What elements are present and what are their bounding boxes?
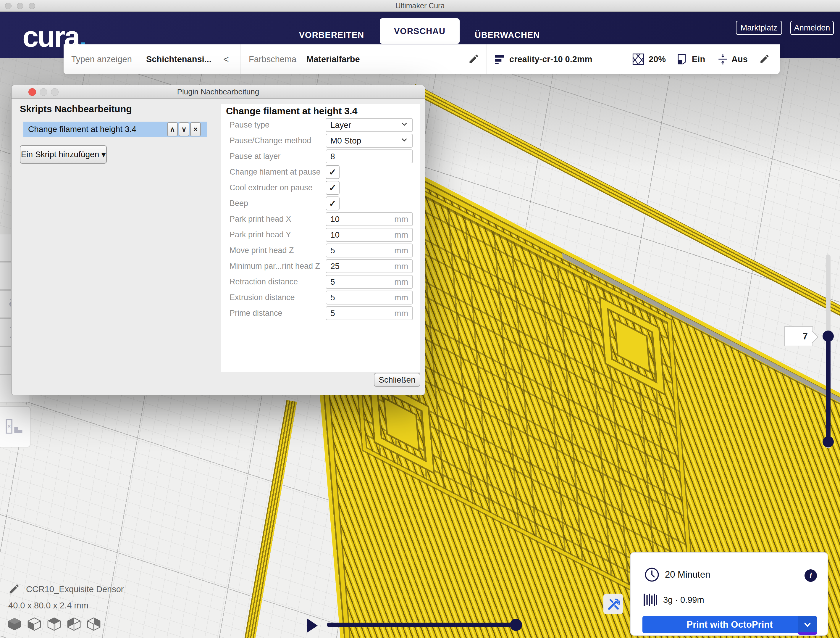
view-right-button[interactable] bbox=[86, 617, 101, 631]
tools-icon bbox=[606, 597, 620, 611]
timeline-slider[interactable] bbox=[327, 623, 516, 627]
scripts-heading: Skripts Nachbearbeitung bbox=[20, 104, 132, 114]
unit-label: mm bbox=[394, 261, 408, 271]
cool-extruder-checkbox[interactable]: ✓ bbox=[326, 181, 339, 195]
print-with-octoprint-button[interactable]: Print with OctoPrint bbox=[643, 616, 817, 633]
layer-slider-upper-handle[interactable] bbox=[823, 331, 834, 342]
model-dimensions: 40.0 x 80.0 x 2.4 mm bbox=[8, 601, 88, 611]
caret-down-icon: ▾ bbox=[101, 150, 106, 160]
retraction-distance-input[interactable]: 5mm bbox=[326, 275, 413, 289]
layer-slider-lower-handle[interactable] bbox=[823, 436, 834, 447]
field-label: Move print head Z bbox=[229, 246, 294, 255]
script-move-down-button[interactable]: ∨ bbox=[178, 122, 189, 136]
view-top-button[interactable] bbox=[47, 617, 62, 631]
prime-distance-input[interactable]: 5mm bbox=[326, 306, 413, 320]
view-type-label: Typen anzeigen bbox=[71, 44, 132, 74]
field-label: Beep bbox=[229, 199, 248, 208]
field-label: Change filament at pause bbox=[229, 168, 321, 177]
play-button[interactable] bbox=[307, 619, 318, 633]
color-scheme-dropdown[interactable]: Materialfarbe bbox=[306, 44, 360, 74]
check-icon: ✓ bbox=[329, 182, 336, 193]
pause-method-select[interactable]: M0 Stop bbox=[326, 134, 413, 148]
printer-config[interactable]: creality-cr-10 0.2mm bbox=[509, 44, 592, 74]
edit-print-settings-icon[interactable] bbox=[759, 44, 769, 74]
qr-finder-square bbox=[601, 298, 664, 393]
change-filament-checkbox[interactable]: ✓ bbox=[326, 165, 339, 179]
layer-slider-range[interactable] bbox=[826, 336, 831, 442]
extrusion-distance-input[interactable]: 5mm bbox=[326, 291, 413, 304]
clock-icon bbox=[644, 567, 660, 583]
field-label: Retraction distance bbox=[229, 277, 298, 287]
unit-label: mm bbox=[394, 246, 408, 255]
infill-icon bbox=[632, 44, 644, 74]
field-pause-type: Pause type Layer bbox=[221, 118, 420, 132]
svg-text:×: × bbox=[7, 423, 11, 429]
view-3d-button[interactable] bbox=[7, 617, 22, 631]
settings-heading: Change filament at height 3.4 bbox=[226, 106, 358, 117]
field-cool-extruder: Cool extruder on pause ✓ bbox=[221, 181, 420, 195]
model-name-row: CCR10_Exquisite Densor bbox=[8, 584, 124, 595]
field-move-z: Move print head Z 5mm bbox=[221, 244, 420, 258]
unit-label: mm bbox=[394, 230, 408, 240]
park-y-input[interactable]: 10mm bbox=[326, 228, 413, 242]
script-name: Change filament at height 3.4 bbox=[28, 125, 136, 134]
print-time: 20 Minuten bbox=[665, 569, 710, 580]
printer-layers-icon bbox=[494, 44, 505, 74]
signin-button[interactable]: Anmelden bbox=[790, 21, 834, 35]
field-park-x: Park print head X 10mm bbox=[221, 212, 420, 226]
infill-value: 20% bbox=[649, 44, 666, 74]
field-label: Pause at layer bbox=[229, 152, 281, 161]
post-processing-dialog: Plugin Nachbearbeitung Skripts Nachbearb… bbox=[11, 85, 425, 395]
info-icon[interactable]: i bbox=[805, 569, 817, 582]
script-remove-button[interactable]: × bbox=[190, 122, 201, 136]
field-label: Pause type bbox=[229, 120, 270, 130]
tool-custom-supports-button[interactable]: × bbox=[0, 406, 30, 447]
close-dialog-button[interactable]: Schließen bbox=[374, 373, 420, 387]
unit-label: mm bbox=[394, 293, 408, 302]
field-retraction: Retraction distance 5mm bbox=[221, 275, 420, 289]
timeline-handle[interactable] bbox=[510, 619, 522, 631]
current-layer-flag: 7 bbox=[785, 326, 813, 346]
tab-vorschau[interactable]: VORSCHAU bbox=[380, 18, 459, 44]
check-icon: ✓ bbox=[329, 167, 336, 177]
field-label: Cool extruder on pause bbox=[229, 183, 313, 192]
dialog-title: Plugin Nachbearbeitung bbox=[11, 87, 425, 97]
script-move-up-button[interactable]: ∧ bbox=[167, 122, 178, 136]
support-icon bbox=[676, 44, 688, 74]
print-options-caret-button[interactable] bbox=[798, 616, 817, 633]
pause-at-layer-input[interactable]: 8 bbox=[326, 149, 413, 163]
divider bbox=[240, 44, 240, 74]
camera-view-buttons bbox=[7, 617, 101, 631]
move-z-input[interactable]: 5mm bbox=[326, 244, 413, 258]
marketplace-button[interactable]: Marktplatz bbox=[736, 21, 782, 35]
chevron-down-icon bbox=[401, 120, 408, 128]
field-pause-method: Pause/Change method M0 Stop bbox=[221, 134, 420, 148]
print-job-panel: 20 Minuten i 3g · 0.99m Print with OctoP… bbox=[630, 552, 828, 636]
filament-icon bbox=[643, 592, 658, 608]
dialog-titlebar: Plugin Nachbearbeitung bbox=[11, 85, 425, 99]
stage-menu: Typen anzeigen Schichtenansi... < Farbsc… bbox=[63, 44, 780, 74]
collapse-chevron-icon[interactable]: < bbox=[223, 44, 229, 74]
rename-pencil-icon[interactable] bbox=[8, 584, 19, 595]
field-label: Park print head Y bbox=[229, 230, 291, 239]
edit-pencil-icon[interactable] bbox=[468, 44, 479, 74]
field-label: Park print head X bbox=[229, 215, 291, 224]
window-titlebar: Ultimaker Cura bbox=[0, 0, 840, 12]
unit-label: mm bbox=[394, 277, 408, 287]
park-x-input[interactable]: 10mm bbox=[326, 212, 413, 226]
octoprint-settings-button[interactable] bbox=[603, 594, 623, 614]
pause-type-select[interactable]: Layer bbox=[326, 118, 413, 132]
view-type-dropdown[interactable]: Schichtenansi... bbox=[146, 44, 212, 74]
field-change-filament: Change filament at pause ✓ bbox=[221, 165, 420, 179]
field-min-z: Minimum par...rint head Z 25mm bbox=[221, 259, 420, 273]
divider bbox=[486, 44, 487, 74]
min-park-z-input[interactable]: 25mm bbox=[326, 259, 413, 273]
beep-checkbox[interactable]: ✓ bbox=[326, 196, 339, 211]
material-usage: 3g · 0.99m bbox=[663, 595, 704, 605]
field-label: Prime distance bbox=[229, 309, 283, 318]
model-name: CCR10_Exquisite Densor bbox=[26, 584, 124, 594]
view-front-button[interactable] bbox=[27, 617, 42, 631]
add-script-dropdown-button[interactable]: Ein Skript hinzufügen ▾ bbox=[20, 145, 107, 164]
view-left-button[interactable] bbox=[66, 617, 81, 631]
field-label: Extrusion distance bbox=[229, 293, 295, 302]
